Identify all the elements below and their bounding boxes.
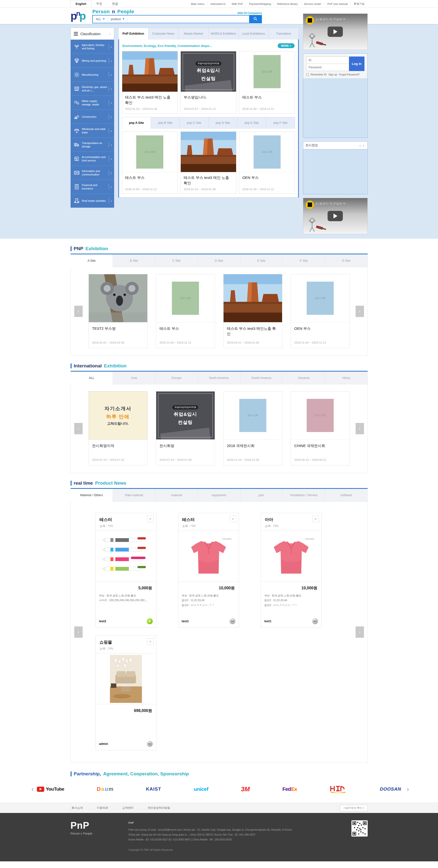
tab-pnp-e-site[interactable]: pnp E Site [237, 117, 266, 128]
product-card[interactable]: 쇼핑몰 소재 : 기타 ★ 698,000원 admin No [95, 636, 156, 750]
tab-all[interactable]: ALL [70, 372, 113, 384]
product-seller[interactable]: test1 [182, 620, 189, 623]
sidebar-item-accommodation[interactable]: Accommodation and food service › [70, 152, 114, 166]
kaist-logo[interactable]: KAIST [146, 786, 161, 792]
exhibition-card[interactable]: 테스트 부스 test3 메인노출 확인 2019-01-01 ~ 2019-0… [223, 274, 282, 348]
tab-f-site[interactable]: F Site [283, 254, 325, 267]
tab-corporate-news[interactable]: Corporate News [149, 28, 179, 39]
fedex-logo[interactable]: Fed Ex [282, 786, 297, 792]
tab-asia[interactable]: Asia [113, 372, 155, 384]
product-card[interactable]: 테스터 소재 : 기타 ★ 5,000원 색상 : 흰색,검정,노랑,파랑,빨강… [95, 513, 156, 628]
password-field[interactable] [306, 64, 349, 71]
sns-of-companies-label[interactable]: SNS Of Companies [237, 11, 262, 14]
sidebar-item-mining[interactable]: Mining and quarrying › [70, 54, 114, 68]
video-banner-bottom[interactable]: [시험금지곡] 주말에 부… [303, 198, 368, 234]
tab-pnp-b-site[interactable]: pnp B Site [151, 117, 180, 128]
exhibition-card[interactable]: 110 x 135 OEN 부스 2018-11-09 ~ 2018-11-12 [239, 131, 295, 194]
menu-signup[interactable]: 회원가입 [351, 2, 368, 6]
tab-g-site[interactable]: G Site [325, 254, 368, 267]
favorite-star-icon[interactable]: ★ [147, 638, 154, 645]
tab-installation-service[interactable]: Installation / Service [283, 489, 325, 502]
sidebar-item-real-estate[interactable]: Real estate activities › [70, 194, 114, 208]
product-card[interactable]: 아아 소재 : 기타 ★ COOLDOG 10,000원 색상 : 흰색,검정,… [261, 513, 322, 628]
prev-arrow-icon[interactable]: ‹ [359, 144, 361, 148]
lang-english[interactable]: English [70, 0, 91, 8]
footer-link-terms[interactable]: 이용약관 [90, 806, 115, 810]
tab-part[interactable]: part [240, 489, 283, 502]
sidebar-item-transportation[interactable]: Transportation an storage › [70, 137, 114, 152]
sidebar-item-water[interactable]: Water supply; sewage, waste › [70, 96, 114, 110]
carousel-next-button[interactable]: › [407, 785, 409, 793]
tab-equipment[interactable]: equipment [198, 489, 240, 502]
menu-with-pnp[interactable]: With PnP [229, 2, 246, 5]
sidebar-item-information[interactable]: Information and communication › [70, 166, 114, 180]
sidebar-item-construction[interactable]: Construction › [70, 110, 114, 124]
carousel-prev-button[interactable]: ‹ [31, 785, 34, 793]
tab-south-america[interactable]: South America [240, 372, 283, 384]
exhibition-card[interactable]: 자기소개서 하루 만에 고쳐드립니다. 전시회명지역 2019-07-19 ~ … [89, 391, 148, 465]
favorite-star-icon[interactable]: ★ [147, 516, 154, 522]
tab-translators[interactable]: Translators [268, 28, 298, 39]
exhibition-card[interactable]: 테스트 부스 test3 메인 노출 확인 2019-01-01 ~ 2019-… [180, 131, 236, 194]
remember-id-checkbox[interactable] [306, 73, 309, 76]
carousel-next-button[interactable]: › [356, 306, 364, 317]
tab-e-site[interactable]: E Site [240, 254, 283, 267]
product-seller[interactable]: admin [99, 742, 108, 746]
tab-africa[interactable]: Africa [325, 372, 368, 384]
lang-korean[interactable]: 한글 [107, 0, 123, 8]
tab-oceania[interactable]: Oceania [283, 372, 325, 384]
search-input[interactable] [128, 16, 250, 23]
tab-d-site[interactable]: D Site [198, 254, 240, 267]
doosan-logo[interactable]: DOOSAN [380, 786, 401, 792]
korean-brand-logo[interactable] [329, 785, 347, 793]
login-button[interactable]: Log in [349, 57, 364, 71]
tab-pnp-a-site[interactable]: pnp A Site [122, 117, 151, 128]
tab-europe[interactable]: Europe [155, 372, 198, 384]
carousel-next-button[interactable]: › [356, 626, 364, 638]
tab-pnp-exhibition[interactable]: PnP Exhibition [118, 28, 149, 39]
exhibition-card[interactable]: 110 x 135 테스트 부스 2018-11-09 ~ 2018-11-12 [239, 51, 295, 114]
tab-pnp-d-site[interactable]: pnp D Site [209, 117, 237, 128]
unicef-logo[interactable]: unicef [194, 786, 208, 792]
exhibition-card[interactable]: 110 x 135 CHINE 국제전시회 2018-09-10 ~ 2018-… [291, 391, 350, 465]
tab-software[interactable]: software [325, 489, 368, 502]
exhibition-headline[interactable]: Environment, Ecology, Eco friendly, Cont… [122, 44, 212, 48]
video-banner-top[interactable]: [시험금지곡] 주말에 부… [303, 13, 368, 50]
pnp-logo[interactable]: p n p [70, 10, 86, 21]
tab-north-america[interactable]: North America [198, 372, 240, 384]
tab-c-site[interactable]: C Site [155, 254, 198, 267]
exhibition-card[interactable]: 취업/대입/편입/대학원 취업&입시 컨설팅 전시회명 2019-07-24 ~… [156, 391, 215, 465]
sidebar-item-agriculture[interactable]: Agriculture, forestry and fishing › [70, 39, 114, 54]
search-category-select[interactable]: ALL [93, 16, 108, 23]
sidebar-item-manufacturing[interactable]: Manufacturing › [70, 68, 114, 82]
menu-reference-library[interactable]: Reference library [274, 2, 301, 5]
carousel-prev-button[interactable]: ‹ [74, 306, 83, 317]
exhibition-card[interactable]: 테스트 부스 test3 메인 노출 확인 2019-01-01 ~ 2019-… [122, 51, 178, 114]
favorite-star-icon[interactable]: ★ [230, 516, 236, 522]
carousel-prev-button[interactable]: ‹ [74, 423, 83, 434]
tab-b-site[interactable]: B Site [113, 254, 155, 267]
product-seller[interactable]: test2 [99, 620, 106, 623]
3m-logo[interactable]: 3M [241, 785, 250, 793]
carousel-prev-button[interactable]: ‹ [74, 626, 83, 638]
menu-main-menu[interactable]: Main menu [188, 2, 207, 5]
play-button-icon[interactable] [328, 27, 343, 37]
menu-interested-in[interactable]: Interested In [207, 2, 229, 5]
tab-material-others[interactable]: Material / Others [70, 489, 113, 502]
menu-service-center[interactable]: Service center [301, 2, 324, 5]
product-seller[interactable]: test1 [264, 620, 271, 623]
tab-world-exhibition[interactable]: WORLD Exhibition [209, 28, 238, 39]
footer-link-company[interactable]: 회사소개 [70, 806, 90, 810]
next-arrow-icon[interactable]: › [362, 144, 365, 148]
sidebar-item-financial[interactable]: Financial and insurance › [70, 180, 114, 194]
exhibition-card[interactable]: 110 x 135 테스트 부스 2018-11-09 ~ 2018-11-12 [156, 274, 215, 348]
product-card[interactable]: 테스터 소재 : 기타 ★ COOLDOG 10,000원 색상 : 흰색,검정… [178, 513, 239, 628]
sign-up-link[interactable]: Sign up [328, 73, 337, 76]
favorite-star-icon[interactable]: ★ [312, 516, 319, 522]
exhibition-card[interactable]: 110 x 135 2018 국제전시회 2018-12-24 ~ 2018-1… [223, 391, 282, 465]
exhibition-card[interactable]: 110 x 135 테스트 부스 2018-11-09 ~ 2018-11-12 [122, 131, 178, 194]
forgot-password-link[interactable]: Forgot Password? [339, 73, 360, 76]
footer-link-privacy[interactable]: 개인정보처리방침 [140, 806, 177, 810]
daum-logo[interactable]: D a u m [97, 786, 113, 792]
classification-header[interactable]: Classification › [70, 28, 114, 39]
